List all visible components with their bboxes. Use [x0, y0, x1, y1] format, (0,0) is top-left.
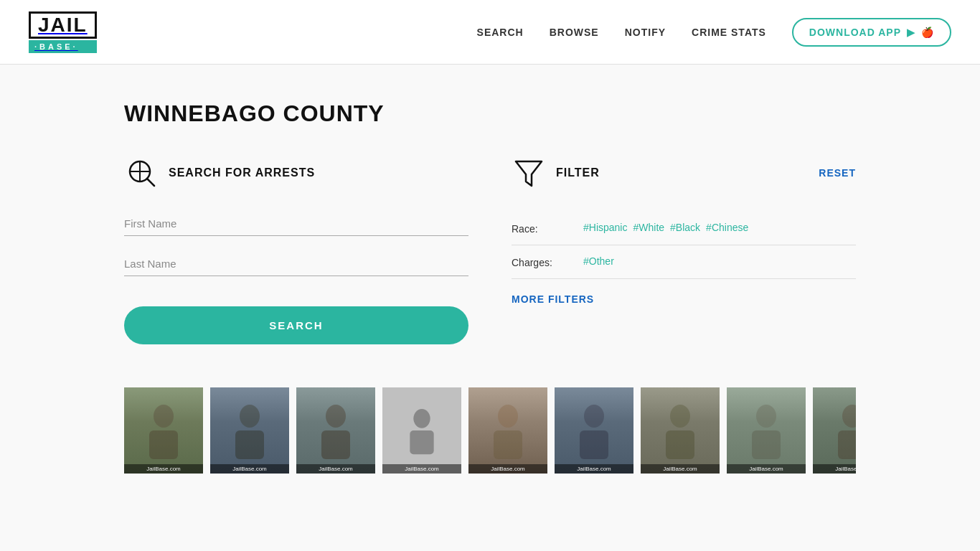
svg-point-19 — [756, 405, 776, 428]
header: JAIL ·BASE· SEARCH BROWSE NOTIFY CRIME S… — [0, 0, 980, 65]
download-app-label: DOWNLOAD APP — [809, 27, 901, 38]
logo-jail-text: JAIL — [29, 11, 97, 39]
download-app-button[interactable]: DOWNLOAD APP ▶ 🍎 — [792, 18, 951, 47]
race-tag-white[interactable]: #White — [633, 222, 664, 233]
mugshot-image-8 — [727, 387, 806, 474]
county-title: WINNEBAGO COUNTY — [124, 100, 856, 127]
svg-rect-14 — [494, 430, 522, 459]
filter-header: FILTER RESET — [512, 156, 856, 190]
filter-icon — [512, 156, 546, 190]
search-section-title: SEARCH FOR ARRESTS — [169, 166, 315, 179]
main-nav: SEARCH BROWSE NOTIFY CRIME STATS DOWNLOA… — [477, 18, 951, 47]
race-tag-black[interactable]: #Black — [670, 222, 700, 233]
mugshot-label-9: JailBase.com — [813, 464, 856, 474]
mugshot-image-5 — [468, 387, 547, 474]
mugshot-card-9[interactable]: JailBase.com — [813, 387, 856, 474]
svg-rect-12 — [410, 430, 433, 454]
mugshot-card-1[interactable]: JailBase.com — [124, 387, 203, 474]
person-silhouette-4 — [404, 405, 440, 456]
svg-point-7 — [240, 405, 260, 428]
mugshot-label-2: JailBase.com — [210, 464, 289, 474]
filter-section-title: FILTER — [556, 166, 600, 179]
mugshot-label-4: JailBase.com — [382, 464, 461, 474]
mugshot-card-3[interactable]: JailBase.com — [296, 387, 375, 474]
person-silhouette-8 — [745, 402, 788, 459]
mugshot-card-5[interactable]: JailBase.com — [468, 387, 547, 474]
search-header: SEARCH FOR ARRESTS — [124, 156, 468, 190]
person-silhouette-5 — [486, 402, 529, 459]
apple-icon: 🍎 — [921, 27, 934, 38]
filter-header-left: FILTER — [512, 156, 600, 190]
person-silhouette-7 — [659, 402, 702, 459]
svg-point-11 — [413, 409, 430, 428]
search-filter-row: SEARCH FOR ARRESTS SEARCH FILTER R — [124, 156, 856, 344]
charges-filter-row: Charges: #Other — [512, 245, 856, 279]
mugshot-label-6: JailBase.com — [555, 464, 633, 474]
race-label: Race: — [512, 222, 569, 235]
nav-browse[interactable]: BROWSE — [550, 27, 599, 38]
mugshot-label-7: JailBase.com — [641, 464, 720, 474]
main-content: WINNEBAGO COUNTY SEARCH FOR ARRESTS SE — [95, 65, 885, 474]
svg-rect-6 — [149, 430, 178, 459]
first-name-input[interactable] — [124, 212, 468, 236]
svg-line-1 — [147, 179, 154, 186]
mugshot-card-7[interactable]: JailBase.com — [641, 387, 720, 474]
mugshot-card-8[interactable]: JailBase.com — [727, 387, 806, 474]
search-button[interactable]: SEARCH — [124, 306, 468, 344]
race-tag-chinese[interactable]: #Chinese — [706, 222, 748, 233]
svg-rect-22 — [838, 430, 856, 459]
search-arrests-icon — [124, 156, 159, 190]
mugshot-card-2[interactable]: JailBase.com — [210, 387, 289, 474]
person-silhouette-2 — [228, 402, 271, 459]
filter-section: FILTER RESET Race: #Hispanic #White #Bla… — [512, 156, 856, 344]
person-silhouette-1 — [142, 402, 185, 459]
svg-point-5 — [154, 405, 174, 428]
mugshot-label-1: JailBase.com — [124, 464, 203, 474]
mugshot-label-8: JailBase.com — [727, 464, 806, 474]
svg-rect-16 — [580, 430, 608, 459]
svg-rect-10 — [321, 430, 350, 459]
more-filters-button[interactable]: MORE FILTERS — [512, 293, 594, 305]
last-name-group — [124, 252, 468, 276]
svg-point-9 — [326, 405, 346, 428]
logo-base-text: ·BASE· — [29, 40, 97, 53]
last-name-input[interactable] — [124, 252, 468, 276]
charges-tags: #Other — [583, 255, 614, 267]
svg-marker-4 — [516, 161, 542, 186]
race-tag-hispanic[interactable]: #Hispanic — [583, 222, 627, 233]
logo[interactable]: JAIL ·BASE· — [29, 11, 97, 53]
nav-search[interactable]: SEARCH — [477, 27, 524, 38]
play-icon: ▶ — [907, 27, 915, 38]
first-name-group — [124, 212, 468, 236]
mugshot-image-6 — [555, 387, 633, 474]
race-tags: #Hispanic #White #Black #Chinese — [583, 222, 748, 233]
svg-point-17 — [670, 405, 690, 428]
nav-notify[interactable]: NOTIFY — [625, 27, 666, 38]
mugshot-image-2 — [210, 387, 289, 474]
mugshots-row: JailBase.com JailBase.com — [124, 387, 856, 474]
svg-rect-20 — [752, 430, 781, 459]
svg-point-21 — [842, 405, 856, 428]
svg-point-15 — [584, 405, 604, 428]
person-silhouette-6 — [573, 402, 616, 459]
mugshot-image-4 — [382, 387, 461, 474]
reset-button[interactable]: RESET — [819, 167, 856, 179]
charges-label: Charges: — [512, 255, 569, 268]
search-section: SEARCH FOR ARRESTS SEARCH — [124, 156, 468, 344]
mugshot-image-7 — [641, 387, 720, 474]
svg-point-13 — [498, 405, 518, 428]
person-silhouette-3 — [314, 402, 357, 459]
svg-rect-18 — [666, 430, 694, 459]
person-silhouette-9 — [831, 402, 856, 459]
mugshot-image-9 — [813, 387, 856, 474]
nav-crime-stats[interactable]: CRIME STATS — [692, 27, 766, 38]
mugshot-image-3 — [296, 387, 375, 474]
mugshot-label-3: JailBase.com — [296, 464, 375, 474]
mugshot-label-5: JailBase.com — [468, 464, 547, 474]
race-filter-row: Race: #Hispanic #White #Black #Chinese — [512, 212, 856, 245]
mugshots-section: JailBase.com JailBase.com — [124, 387, 856, 474]
svg-rect-8 — [235, 430, 264, 459]
mugshot-card-6[interactable]: JailBase.com — [555, 387, 633, 474]
mugshot-card-4[interactable]: JailBase.com — [382, 387, 461, 474]
charges-tag-other[interactable]: #Other — [583, 255, 614, 267]
